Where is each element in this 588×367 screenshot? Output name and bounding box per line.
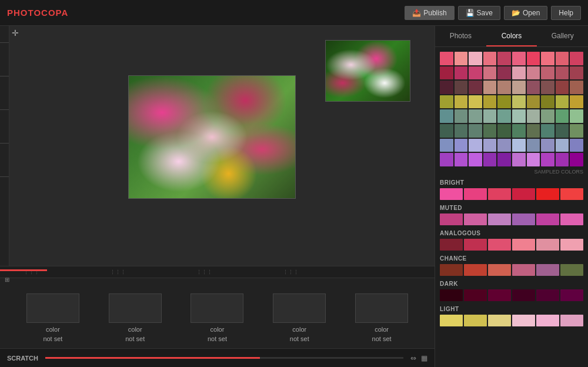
sampled-swatch[interactable] xyxy=(541,139,554,152)
publish-button[interactable]: 📤 Publish xyxy=(405,6,454,20)
sampled-swatch[interactable] xyxy=(497,124,511,138)
sampled-swatch[interactable] xyxy=(556,52,569,65)
sampled-swatch[interactable] xyxy=(440,95,453,109)
sampled-swatch[interactable] xyxy=(483,66,497,80)
canvas-workspace[interactable]: ✛ xyxy=(0,26,435,266)
sampled-swatch[interactable] xyxy=(469,109,482,123)
group-swatch[interactable] xyxy=(464,315,487,326)
group-swatch[interactable] xyxy=(488,315,511,326)
sampled-swatch[interactable] xyxy=(483,109,497,123)
sampled-swatch[interactable] xyxy=(527,139,540,152)
sampled-swatch[interactable] xyxy=(570,52,583,65)
sampled-swatch[interactable] xyxy=(527,81,540,94)
group-swatch[interactable] xyxy=(536,289,559,301)
group-swatch[interactable] xyxy=(440,239,463,251)
group-swatch[interactable] xyxy=(464,289,487,301)
sampled-swatch[interactable] xyxy=(497,81,511,94)
group-swatch[interactable] xyxy=(464,213,487,225)
slot-box-3[interactable] xyxy=(191,293,243,323)
sampled-swatch[interactable] xyxy=(527,66,540,80)
group-swatch[interactable] xyxy=(488,264,511,276)
sampled-swatch[interactable] xyxy=(541,153,554,166)
sampled-swatch[interactable] xyxy=(483,52,497,65)
sampled-swatch[interactable] xyxy=(570,153,583,166)
group-swatch[interactable] xyxy=(464,188,487,200)
sampled-swatch[interactable] xyxy=(556,66,569,80)
group-swatch[interactable] xyxy=(512,264,535,276)
group-swatch[interactable] xyxy=(440,188,463,200)
sampled-swatch[interactable] xyxy=(440,153,453,166)
sampled-swatch[interactable] xyxy=(469,153,482,166)
sampled-swatch[interactable] xyxy=(541,124,554,138)
group-swatch[interactable] xyxy=(512,289,535,301)
sampled-swatch[interactable] xyxy=(469,81,482,94)
group-swatch[interactable] xyxy=(464,239,487,251)
sampled-swatch[interactable] xyxy=(497,52,511,65)
sampled-swatch[interactable] xyxy=(455,52,468,65)
sampled-swatch[interactable] xyxy=(483,139,497,152)
sampled-swatch[interactable] xyxy=(541,52,554,65)
help-button[interactable]: Help xyxy=(551,6,581,20)
scratch-progress-bar[interactable] xyxy=(45,357,403,359)
sampled-swatch[interactable] xyxy=(440,52,453,65)
group-swatch[interactable] xyxy=(536,315,559,326)
sampled-swatch[interactable] xyxy=(512,66,526,80)
sampled-swatch[interactable] xyxy=(527,124,540,138)
sampled-swatch[interactable] xyxy=(527,109,540,123)
sampled-swatch[interactable] xyxy=(440,124,453,138)
move-icon[interactable]: ✛ xyxy=(12,28,19,38)
sampled-swatch[interactable] xyxy=(512,124,526,138)
sampled-swatch[interactable] xyxy=(483,124,497,138)
group-swatch[interactable] xyxy=(560,188,583,200)
slot-box-2[interactable] xyxy=(109,293,162,323)
sampled-swatch[interactable] xyxy=(541,95,554,109)
slot-1[interactable]: colornot set xyxy=(21,293,85,343)
sampled-swatch[interactable] xyxy=(455,109,468,123)
slot-5[interactable]: colornot set xyxy=(349,293,414,343)
grid-icon[interactable]: ▦ xyxy=(421,354,427,362)
group-swatch[interactable] xyxy=(440,315,463,326)
group-swatch[interactable] xyxy=(560,289,583,301)
sampled-swatch[interactable] xyxy=(512,139,526,152)
group-swatch[interactable] xyxy=(488,213,511,225)
sampled-swatch[interactable] xyxy=(440,66,453,80)
sampled-swatch[interactable] xyxy=(497,66,511,80)
sampled-swatch[interactable] xyxy=(455,81,468,94)
thumbnail-photo[interactable] xyxy=(325,40,410,102)
group-swatch[interactable] xyxy=(512,315,535,326)
group-swatch[interactable] xyxy=(560,213,583,225)
group-swatch[interactable] xyxy=(512,239,535,251)
sampled-swatch[interactable] xyxy=(556,153,569,166)
sampled-swatch[interactable] xyxy=(570,139,583,152)
group-swatch[interactable] xyxy=(560,315,583,326)
sampled-swatch[interactable] xyxy=(541,109,554,123)
slot-box-4[interactable] xyxy=(273,293,326,323)
slot-4[interactable]: colornot set xyxy=(267,293,332,343)
sampled-swatch[interactable] xyxy=(469,95,482,109)
sampled-swatch[interactable] xyxy=(570,66,583,80)
sampled-swatch[interactable] xyxy=(570,124,583,138)
sampled-swatch[interactable] xyxy=(497,95,511,109)
sampled-swatch[interactable] xyxy=(541,81,554,94)
sampled-swatch[interactable] xyxy=(469,66,482,80)
sampled-swatch[interactable] xyxy=(483,95,497,109)
sampled-swatch[interactable] xyxy=(512,52,526,65)
timeline-tracks[interactable]: ⊞ xyxy=(0,278,435,289)
group-swatch[interactable] xyxy=(536,264,559,276)
sampled-swatch[interactable] xyxy=(556,81,569,94)
sampled-swatch[interactable] xyxy=(469,52,482,65)
group-swatch[interactable] xyxy=(512,188,535,200)
sampled-swatch[interactable] xyxy=(512,153,526,166)
sampled-swatch[interactable] xyxy=(541,66,554,80)
expand-icon[interactable]: ⇔ xyxy=(410,354,416,362)
sampled-swatch[interactable] xyxy=(497,153,511,166)
group-swatch[interactable] xyxy=(440,213,463,225)
sampled-swatch[interactable] xyxy=(455,153,468,166)
sampled-swatch[interactable] xyxy=(512,81,526,94)
slot-box-5[interactable] xyxy=(355,293,408,323)
sampled-swatch[interactable] xyxy=(497,139,511,152)
group-swatch[interactable] xyxy=(440,264,463,276)
sampled-swatch[interactable] xyxy=(570,109,583,123)
group-swatch[interactable] xyxy=(488,239,511,251)
group-swatch[interactable] xyxy=(536,213,559,225)
